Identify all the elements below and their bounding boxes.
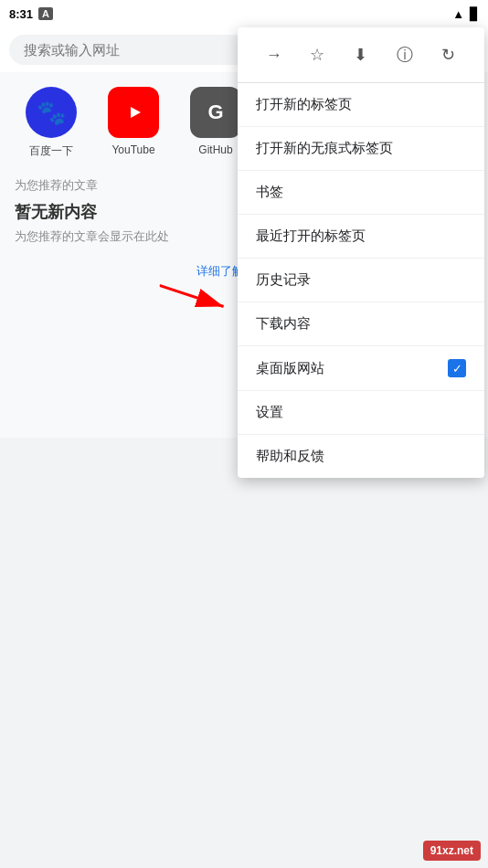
youtube-label: YouTube xyxy=(111,143,154,156)
a-icon: A xyxy=(38,7,53,20)
quick-item-youtube[interactable]: YouTube xyxy=(97,87,170,159)
baidu-icon: 🐾 xyxy=(26,87,77,138)
status-left: 8:31 A xyxy=(9,7,53,21)
battery-icon: ▊ xyxy=(470,7,479,21)
menu-item-settings[interactable]: 设置 xyxy=(238,391,484,435)
github-icon: G xyxy=(190,87,241,138)
menu-item-desktop-site[interactable]: 桌面版网站 ✓ xyxy=(238,346,484,391)
menu-item-help[interactable]: 帮助和反馈 xyxy=(238,435,484,478)
status-time: 8:31 xyxy=(9,7,33,21)
menu-item-recent-tabs[interactable]: 最近打开的标签页 xyxy=(238,215,484,259)
menu-item-new-tab[interactable]: 打开新的标签页 xyxy=(238,83,484,127)
github-label: GitHub xyxy=(198,143,232,156)
quick-item-baidu[interactable]: 🐾 百度一下 xyxy=(15,87,88,159)
toolbar-forward-btn[interactable]: → xyxy=(258,38,291,71)
youtube-icon xyxy=(108,87,159,138)
status-bar: 8:31 A ▲ ▊ xyxy=(0,0,488,27)
toolbar-info-btn[interactable]: ⓘ xyxy=(388,38,421,71)
desktop-site-checkbox[interactable]: ✓ xyxy=(448,359,466,377)
dropdown-menu: → ☆ ⬇ ⓘ ↻ 打开新的标签页 打开新的无痕式标签页 书签 最近打开的标签页… xyxy=(238,27,484,478)
status-right: ▲ ▊ xyxy=(452,7,479,21)
menu-item-downloads[interactable]: 下载内容 xyxy=(238,302,484,346)
menu-item-history[interactable]: 历史记录 xyxy=(238,259,484,302)
toolbar-bookmark-btn[interactable]: ☆ xyxy=(301,38,334,71)
toolbar-download-btn[interactable]: ⬇ xyxy=(345,38,377,71)
wifi-icon: ▲ xyxy=(452,7,464,21)
menu-item-incognito[interactable]: 打开新的无痕式标签页 xyxy=(238,127,484,171)
dropdown-toolbar: → ☆ ⬇ ⓘ ↻ xyxy=(238,27,484,83)
baidu-label: 百度一下 xyxy=(29,143,73,159)
menu-item-bookmarks[interactable]: 书签 xyxy=(238,171,484,215)
watermark: 91xz.net xyxy=(423,841,481,861)
toolbar-reload-btn[interactable]: ↻ xyxy=(431,38,464,71)
